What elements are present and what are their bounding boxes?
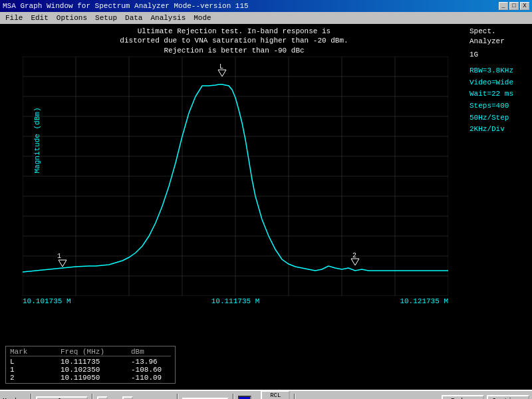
svg-text:1: 1 (57, 253, 61, 260)
svg-text:2: 2 (352, 252, 356, 259)
freq-1: 10.102350 (61, 366, 120, 374)
maximize-btn[interactable]: □ (509, 2, 519, 10)
divider-5 (294, 394, 295, 399)
param-khz-div: 2KHz/Div (469, 124, 528, 136)
graph-title: Ultimate Rejection test. In-band respons… (3, 27, 466, 55)
mark-2: 2 (10, 374, 50, 382)
mark-1: 1 (10, 366, 50, 374)
graph-area: Ultimate Rejection test. In-band respons… (0, 24, 466, 343)
x-tick-center: 10.111735 M (211, 297, 260, 305)
sto-color-box (238, 396, 251, 400)
table-row-L: L 10.111735 -13.96 (10, 358, 171, 366)
col-header-mark: Mark (10, 348, 50, 356)
dbm-2: -110.09 (131, 374, 171, 382)
title-controls: _ □ X (499, 2, 529, 10)
panel-title-line2: 1G (469, 50, 528, 60)
freq-L: 10.111735 (61, 358, 120, 366)
menu-mode[interactable]: Mode (190, 13, 215, 23)
col-header-dbm: dBm (131, 348, 171, 356)
delete-group: Delete Clear Marks (36, 396, 88, 399)
plus-button[interactable]: + (122, 396, 133, 399)
param-wait: Wait=22 ms (469, 88, 528, 100)
mark-L: L (10, 358, 50, 366)
window-title: MSA Graph Window for Spectrum Analyzer M… (3, 2, 249, 10)
graph-container: Magnitude (dBm) (9, 57, 466, 305)
graph-svg: 0 -10 -20 -30 -40 -50 -60 -70 -80 -90 -1… (23, 57, 448, 296)
param-rbw: RBW=3.8KHz (469, 65, 528, 77)
menu-options[interactable]: Options (53, 13, 91, 23)
dbm-1: -108.60 (131, 366, 171, 374)
menu-file[interactable]: File (1, 13, 27, 23)
minus-button[interactable]: - (97, 396, 108, 399)
data-table-area: Mark Freq (MHz) dBm L 10.111735 -13.96 1… (0, 343, 532, 390)
menu-edit[interactable]: Edit (27, 13, 52, 23)
continue-group: Continue Restart (487, 395, 529, 399)
divider-2 (92, 394, 93, 399)
divider-4 (233, 394, 234, 399)
menu-data[interactable]: Data (121, 13, 146, 23)
menu-setup[interactable]: Setup (91, 13, 121, 23)
minimize-btn[interactable]: _ (499, 2, 508, 10)
divider-1 (31, 394, 32, 399)
table-row-1: 1 10.102350 -108.60 (10, 366, 171, 374)
freq-adjust-group: - MHz + Enter (97, 396, 173, 399)
data-table: Mark Freq (MHz) dBm L 10.111735 -13.96 1… (5, 346, 176, 384)
bottom-toolbar: Marker L 1 2 Delete Clear Marks - MHz + … (0, 390, 532, 399)
right-panel: Spect. Analyzer 1G RBW=3.8KHz Video=Wide… (466, 24, 532, 343)
col-header-freq: Freq (MHz) (61, 348, 120, 356)
param-video: Video=Wide (469, 77, 528, 89)
freq-2: 10.119050 (61, 374, 120, 382)
delete-button[interactable]: Delete (36, 396, 88, 399)
right-buttons: Redraw One Step Continue Restart (442, 395, 529, 399)
divider-3 (177, 394, 178, 399)
title-bar: MSA Graph Window for Spectrum Analyzer M… (0, 0, 532, 12)
redraw-group: Redraw One Step (442, 395, 484, 399)
rcl-config-button[interactable]: RCLConfig (261, 390, 290, 399)
rcl-group: RCLConfig RCLData (261, 390, 290, 399)
dbm-L: -13.96 (131, 358, 171, 366)
svg-text:L: L (219, 63, 223, 70)
menu-bar: File Edit Options Setup Data Analysis Mo… (0, 12, 532, 24)
redraw-button[interactable]: Redraw (442, 395, 484, 399)
param-steps: Steps=400 (469, 100, 528, 112)
x-tick-left: 10.101735 M (23, 297, 71, 305)
sto-group: STO (238, 396, 258, 400)
x-tick-right: 10.121735 M (400, 297, 448, 305)
close-btn[interactable]: X (520, 2, 529, 10)
panel-title-line1: Spect. Analyzer (469, 27, 528, 47)
table-row-2: 2 10.119050 -110.09 (10, 374, 171, 382)
y-axis-label: Magnitude (dBm) (33, 107, 41, 173)
main-area: Ultimate Rejection test. In-band respons… (0, 24, 532, 343)
param-hz-step: 50Hz/Step (469, 112, 528, 124)
menu-analysis[interactable]: Analysis (146, 13, 190, 23)
continue-button[interactable]: Continue (487, 395, 529, 399)
